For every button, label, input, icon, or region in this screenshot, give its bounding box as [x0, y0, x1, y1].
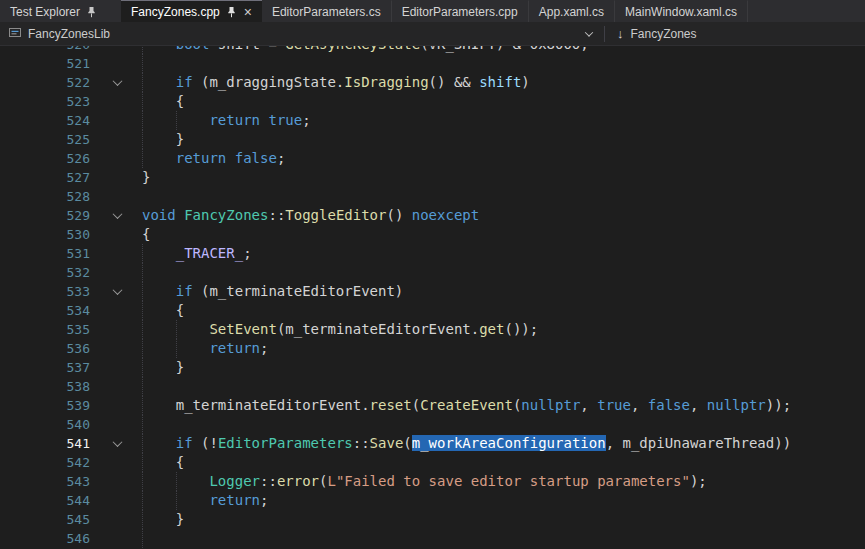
navigation-bar: FancyZonesLib ↓ FancyZones — [0, 22, 865, 46]
fold-margin — [92, 510, 142, 529]
fold-margin — [92, 491, 142, 510]
code-line[interactable]: 537 } — [0, 358, 865, 377]
code-text — [142, 415, 865, 434]
code-line[interactable]: 525 } — [0, 130, 865, 149]
code-line[interactable]: 524 return true; — [0, 111, 865, 130]
code-text — [142, 529, 865, 548]
chevron-down-icon[interactable] — [112, 285, 122, 295]
code-line[interactable]: 528 — [0, 187, 865, 206]
tab-app-xaml-cs[interactable]: App.xaml.cs — [529, 0, 615, 22]
code-line[interactable]: 545 } — [0, 510, 865, 529]
tab-bar: Test Explorer FancyZones.cpp × EditorPar… — [0, 0, 865, 22]
code-line[interactable]: 546 — [0, 529, 865, 548]
code-line[interactable]: 535 SetEvent(m_terminateEditorEvent.get(… — [0, 320, 865, 339]
code-line[interactable]: 536 return; — [0, 339, 865, 358]
fold-margin — [92, 149, 142, 168]
line-number: 546 — [0, 529, 92, 548]
code-text: if (!EditorParameters::Save(m_workAreaCo… — [142, 434, 865, 453]
chevron-down-icon — [585, 28, 593, 36]
fold-margin — [92, 396, 142, 415]
code-line[interactable]: 522 if (m_draggingState.IsDragging() && … — [0, 73, 865, 92]
code-line[interactable]: 539 m_terminateEditorEvent.reset(CreateE… — [0, 396, 865, 415]
code-line[interactable]: 521 — [0, 54, 865, 73]
code-text: return true; — [142, 111, 865, 130]
code-line[interactable]: 527} — [0, 168, 865, 187]
line-number: 538 — [0, 377, 92, 396]
code-line[interactable]: 544 return; — [0, 491, 865, 510]
tab-test-explorer[interactable]: Test Explorer — [0, 0, 107, 22]
code-line[interactable]: 538 — [0, 377, 865, 396]
member-dropdown[interactable]: ↓ FancyZones — [605, 22, 709, 45]
code-line[interactable]: 533 if (m_terminateEditorEvent) — [0, 282, 865, 301]
pin-icon[interactable] — [226, 6, 237, 18]
close-icon[interactable]: × — [244, 5, 252, 19]
chevron-down-icon[interactable] — [112, 209, 122, 219]
code-line[interactable]: 531 _TRACER_; — [0, 244, 865, 263]
line-number: 522 — [0, 73, 92, 92]
code-line[interactable]: 543 Logger::error(L"Failed to save edito… — [0, 472, 865, 491]
fold-margin — [92, 415, 142, 434]
tab-label: EditorParameters.cpp — [402, 5, 518, 19]
chevron-down-icon[interactable] — [112, 76, 122, 86]
code-line[interactable]: 529void FancyZones::ToggleEditor() noexc… — [0, 206, 865, 225]
code-text: if (m_terminateEditorEvent) — [142, 282, 865, 301]
fold-toggle[interactable] — [92, 73, 142, 92]
fold-margin — [92, 92, 142, 111]
code-line[interactable]: 523 { — [0, 92, 865, 111]
code-line[interactable]: 542 { — [0, 453, 865, 472]
fold-margin — [92, 453, 142, 472]
code-text: { — [142, 225, 865, 244]
line-number: 541 — [0, 434, 92, 453]
fold-toggle[interactable] — [92, 282, 142, 301]
code-line[interactable]: 541 if (!EditorParameters::Save(m_workAr… — [0, 434, 865, 453]
fold-margin — [92, 263, 142, 282]
code-text — [142, 377, 865, 396]
fold-margin — [92, 301, 142, 320]
project-dropdown[interactable]: FancyZonesLib — [0, 22, 604, 45]
code-text: } — [142, 168, 865, 187]
chevron-down-icon[interactable] — [112, 437, 122, 447]
code-text: return; — [142, 491, 865, 510]
line-number: 544 — [0, 491, 92, 510]
line-number: 525 — [0, 130, 92, 149]
pin-icon[interactable] — [86, 6, 97, 18]
tab-label: App.xaml.cs — [539, 5, 604, 19]
indent-guide — [142, 415, 143, 434]
line-number: 530 — [0, 225, 92, 244]
line-number: 527 — [0, 168, 92, 187]
tab-label: EditorParameters.cs — [272, 5, 381, 19]
code-line[interactable]: 540 — [0, 415, 865, 434]
tab-editorparameters-cpp[interactable]: EditorParameters.cpp — [392, 0, 529, 22]
line-number: 540 — [0, 415, 92, 434]
code-line[interactable]: 532 — [0, 263, 865, 282]
tab-label: Test Explorer — [10, 5, 80, 19]
tab-fancyzones-cpp[interactable]: FancyZones.cpp × — [121, 0, 262, 22]
line-number: 531 — [0, 244, 92, 263]
code-text: } — [142, 510, 865, 529]
fold-margin — [92, 529, 142, 548]
line-number: 533 — [0, 282, 92, 301]
fold-toggle[interactable] — [92, 434, 142, 453]
code-line[interactable]: 526 return false; — [0, 149, 865, 168]
indent-guide — [142, 54, 143, 73]
code-editor[interactable]: 520 bool shift = GetAsyncKeyState(VK_SHI… — [0, 46, 865, 549]
arrow-down-icon: ↓ — [617, 26, 624, 41]
fold-margin — [92, 168, 142, 187]
code-line[interactable]: 520 bool shift = GetAsyncKeyState(VK_SHI… — [0, 46, 865, 54]
fold-toggle[interactable] — [92, 206, 142, 225]
line-number: 528 — [0, 187, 92, 206]
line-number: 521 — [0, 54, 92, 73]
code-line[interactable]: 530{ — [0, 225, 865, 244]
fold-margin — [92, 472, 142, 491]
code-lines[interactable]: 520 bool shift = GetAsyncKeyState(VK_SHI… — [0, 46, 865, 548]
code-line[interactable]: 534 { — [0, 301, 865, 320]
code-text: void FancyZones::ToggleEditor() noexcept — [142, 206, 865, 225]
code-text — [142, 187, 865, 206]
code-text: } — [142, 130, 865, 149]
code-text — [142, 263, 865, 282]
tab-mainwindow-xaml-cs[interactable]: MainWindow.xaml.cs — [615, 0, 748, 22]
line-number: 535 — [0, 320, 92, 339]
tab-editorparameters-cs[interactable]: EditorParameters.cs — [262, 0, 392, 22]
fold-margin — [92, 111, 142, 130]
fold-margin — [92, 187, 142, 206]
